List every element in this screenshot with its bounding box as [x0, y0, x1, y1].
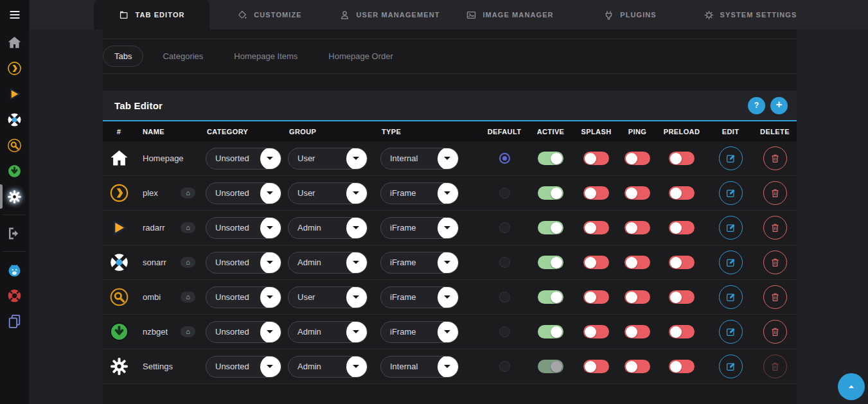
- active-toggle[interactable]: [538, 152, 563, 165]
- sidebar-item-docs[interactable]: [0, 308, 29, 334]
- group-select[interactable]: Admin: [288, 321, 368, 343]
- preload-toggle[interactable]: [669, 221, 695, 234]
- type-select-value: iFrame: [381, 292, 435, 302]
- preload-toggle[interactable]: [669, 325, 695, 338]
- category-select[interactable]: Unsorted: [206, 182, 281, 204]
- splash-toggle[interactable]: [583, 290, 609, 304]
- sidebar-item-plex[interactable]: [0, 55, 29, 81]
- type-select[interactable]: iFrame: [380, 217, 459, 239]
- sidebar-item-settings[interactable]: [0, 184, 29, 209]
- sidebar-item-home[interactable]: [0, 30, 29, 55]
- splash-toggle[interactable]: [583, 360, 609, 373]
- sidebar-item-ombi[interactable]: [0, 132, 29, 158]
- delete-button[interactable]: [763, 355, 787, 378]
- group-select[interactable]: User: [288, 182, 368, 204]
- category-select[interactable]: Unsorted: [206, 356, 281, 378]
- group-select[interactable]: Admin: [288, 356, 368, 378]
- active-toggle[interactable]: [538, 325, 563, 338]
- default-radio[interactable]: [499, 257, 510, 268]
- tab-tab-editor[interactable]: TAB EDITOR: [94, 0, 209, 30]
- splash-toggle[interactable]: [583, 152, 609, 165]
- group-select[interactable]: Admin: [288, 217, 368, 239]
- splash-toggle[interactable]: [583, 256, 609, 269]
- tab-plugins[interactable]: PLUGINS: [570, 0, 690, 30]
- active-toggle[interactable]: [538, 221, 563, 234]
- ping-toggle[interactable]: [624, 221, 650, 234]
- ping-toggle[interactable]: [624, 186, 650, 200]
- row-app-icon: [103, 252, 135, 273]
- active-toggle[interactable]: [538, 360, 563, 373]
- caret-down-icon: [438, 148, 459, 170]
- delete-button[interactable]: [763, 216, 787, 240]
- delete-button[interactable]: [763, 320, 787, 344]
- category-select[interactable]: Unsorted: [206, 321, 281, 343]
- category-select[interactable]: Unsorted: [206, 217, 281, 239]
- splash-toggle[interactable]: [583, 221, 609, 234]
- type-select[interactable]: Internal: [380, 356, 459, 378]
- delete-button[interactable]: [763, 181, 787, 205]
- sidebar-item-github[interactable]: [0, 257, 29, 283]
- ping-toggle[interactable]: [624, 152, 650, 165]
- sidebar-item-support[interactable]: [0, 283, 29, 308]
- preload-toggle[interactable]: [669, 152, 695, 165]
- help-button[interactable]: ?: [748, 97, 765, 114]
- preload-toggle[interactable]: [669, 256, 695, 269]
- type-select[interactable]: iFrame: [380, 286, 459, 308]
- sidebar-item-nzbget[interactable]: [0, 158, 29, 184]
- group-select[interactable]: Admin: [288, 252, 368, 274]
- preload-toggle[interactable]: [669, 186, 695, 200]
- scroll-top-button[interactable]: [838, 373, 865, 400]
- delete-button[interactable]: [763, 285, 787, 309]
- tab-image-manager[interactable]: IMAGE MANAGER: [450, 0, 570, 30]
- active-toggle[interactable]: [538, 290, 563, 304]
- category-select[interactable]: Unsorted: [206, 286, 281, 308]
- default-radio[interactable]: [499, 292, 510, 303]
- category-select[interactable]: Unsorted: [206, 148, 281, 170]
- caret-down-icon: [438, 182, 459, 204]
- default-radio[interactable]: [499, 188, 510, 198]
- default-radio[interactable]: [499, 222, 510, 233]
- default-radio[interactable]: [499, 153, 510, 164]
- splash-toggle[interactable]: [583, 325, 609, 338]
- edit-button[interactable]: [719, 320, 743, 344]
- edit-button[interactable]: [719, 250, 743, 274]
- active-toggle[interactable]: [538, 186, 563, 200]
- edit-button[interactable]: [719, 181, 743, 205]
- default-radio[interactable]: [499, 361, 510, 372]
- tab-user-management[interactable]: USER MANAGEMENT: [330, 0, 450, 30]
- ping-toggle[interactable]: [624, 290, 650, 304]
- subtab-homepage-items[interactable]: Homepage Items: [222, 46, 309, 67]
- add-tab-button[interactable]: +: [770, 97, 788, 114]
- splash-toggle[interactable]: [583, 186, 609, 200]
- delete-button[interactable]: [763, 250, 787, 274]
- subtab-categories[interactable]: Categories: [151, 46, 215, 67]
- tab-system-settings[interactable]: SYSTEM SETTINGS: [690, 0, 810, 30]
- ping-toggle[interactable]: [624, 325, 650, 338]
- tab-customize[interactable]: CUSTOMIZE: [209, 0, 330, 30]
- preload-toggle[interactable]: [669, 290, 695, 304]
- group-select[interactable]: User: [288, 148, 368, 170]
- ping-toggle[interactable]: [624, 256, 650, 269]
- edit-button[interactable]: [719, 355, 743, 378]
- category-select[interactable]: Unsorted: [206, 252, 281, 274]
- active-toggle[interactable]: [538, 256, 563, 269]
- type-select[interactable]: iFrame: [380, 182, 459, 204]
- edit-button[interactable]: [719, 285, 743, 309]
- sidebar-item-sonarr[interactable]: [0, 107, 29, 132]
- edit-button[interactable]: [719, 146, 743, 170]
- group-select[interactable]: User: [288, 286, 368, 308]
- subtab-tabs[interactable]: Tabs: [103, 46, 143, 67]
- subtab-homepage-order[interactable]: Homepage Order: [317, 46, 404, 67]
- ping-toggle[interactable]: [624, 360, 650, 373]
- type-select[interactable]: iFrame: [380, 252, 459, 274]
- delete-button[interactable]: [763, 146, 787, 170]
- sidebar-item-logout[interactable]: [0, 220, 29, 246]
- sidebar-item-radarr[interactable]: [0, 81, 29, 107]
- type-select[interactable]: iFrame: [380, 321, 459, 343]
- edit-button[interactable]: [719, 216, 743, 240]
- column-header-edit: EDIT: [708, 128, 753, 136]
- menu-button[interactable]: [0, 0, 29, 30]
- preload-toggle[interactable]: [669, 360, 695, 373]
- default-radio[interactable]: [499, 326, 510, 337]
- type-select[interactable]: Internal: [380, 148, 459, 170]
